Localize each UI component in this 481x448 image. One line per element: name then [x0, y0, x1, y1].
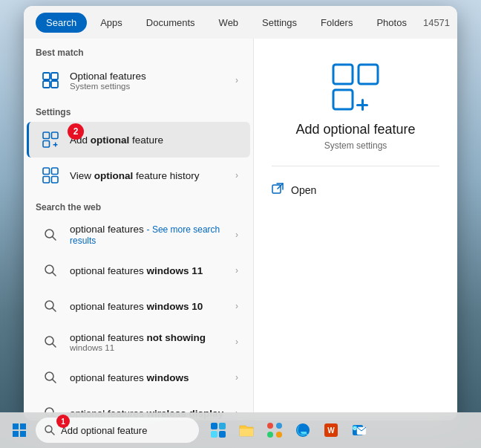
- search-window: Search Apps Documents Web Settings Folde…: [24, 6, 457, 421]
- svg-rect-1: [43, 73, 50, 79]
- app-icon-large: [330, 61, 382, 113]
- svg-rect-7: [43, 141, 50, 148]
- web-not-showing-win11-arrow: ›: [235, 337, 238, 347]
- svg-rect-9: [53, 144, 58, 146]
- result-optional-features[interactable]: Optional features System settings ›: [27, 62, 250, 98]
- svg-rect-38: [20, 431, 26, 437]
- result-view-optional-history[interactable]: View optional feature history ›: [27, 158, 250, 193]
- result-web-windows[interactable]: optional features windows ›: [27, 360, 250, 395]
- svg-line-40: [51, 432, 54, 435]
- svg-rect-43: [211, 431, 217, 438]
- optional-features-text: Optional features System settings: [70, 71, 232, 91]
- section-search-web: Search the web: [24, 193, 253, 217]
- add-optional-feature-title: Add optional feature: [70, 134, 238, 146]
- divider: [272, 166, 439, 166]
- svg-rect-30: [333, 90, 353, 109]
- add-optional-feature-icon: [39, 128, 62, 152]
- app-subtitle: System settings: [324, 140, 387, 151]
- add-optional-feature-text: Add optional feature: [70, 134, 238, 146]
- tab-search[interactable]: Search: [36, 13, 87, 33]
- web-not-showing-win11-text: optional features not showing windows 11: [70, 332, 232, 352]
- search-icon-3: [39, 294, 62, 318]
- svg-rect-3: [43, 81, 50, 88]
- svg-rect-41: [211, 423, 217, 429]
- result-web-not-showing-win11[interactable]: optional features not showing windows 11…: [27, 324, 250, 360]
- svg-rect-32: [356, 104, 368, 106]
- web-win11-title: optional features windows 11: [70, 265, 232, 276]
- svg-rect-42: [219, 423, 226, 429]
- svg-rect-10: [43, 168, 50, 175]
- taskbar-app-5[interactable]: W: [318, 417, 344, 444]
- app-title: Add optional feature: [295, 122, 415, 137]
- svg-line-19: [53, 308, 56, 312]
- start-button[interactable]: [6, 417, 33, 444]
- svg-rect-44: [219, 431, 226, 438]
- web-win10-title: optional features windows 10: [70, 301, 232, 312]
- svg-line-17: [53, 273, 56, 276]
- view-optional-history-icon: [39, 163, 62, 187]
- nav-bar: Search Apps Documents Web Settings Folde…: [24, 6, 457, 39]
- section-best-match: Best match: [24, 39, 253, 62]
- svg-rect-4: [51, 81, 58, 88]
- right-panel: Add optional feature System settings Ope…: [254, 39, 457, 421]
- search-icon-4: [39, 330, 62, 354]
- optional-features-title: Optional features: [70, 71, 232, 82]
- view-optional-history-text: View optional feature history: [70, 170, 232, 181]
- result-count: 14571: [423, 17, 450, 28]
- web-win11-text: optional features windows 11: [70, 265, 232, 276]
- taskbar-search-text: Add optional feature: [61, 425, 190, 436]
- tab-documents[interactable]: Documents: [136, 13, 206, 33]
- web-win11-arrow: ›: [235, 265, 238, 276]
- svg-point-45: [267, 423, 273, 429]
- taskbar-apps: W O: [205, 417, 373, 444]
- taskbar: Add optional feature 1: [0, 412, 481, 448]
- tab-photos[interactable]: Photos: [366, 13, 416, 33]
- web-not-showing-win11-title: optional features not showing: [70, 332, 232, 343]
- taskbar-badge-1: 1: [56, 415, 70, 428]
- left-panel: Best match Optional features System sett…: [24, 39, 254, 421]
- result-web-win10[interactable]: optional features windows 10 ›: [27, 288, 250, 324]
- web-win10-arrow: ›: [235, 301, 238, 311]
- open-icon: [272, 183, 284, 198]
- optional-features-subtitle: System settings: [70, 82, 232, 91]
- web-windows-text: optional features windows: [70, 372, 232, 383]
- tab-apps[interactable]: Apps: [90, 13, 133, 33]
- svg-rect-28: [333, 65, 353, 84]
- main-content: Best match Optional features System sett…: [24, 39, 457, 421]
- svg-point-47: [267, 432, 273, 438]
- svg-rect-13: [52, 177, 59, 184]
- open-action[interactable]: Open: [272, 178, 439, 202]
- taskbar-file-explorer[interactable]: [233, 417, 260, 444]
- tab-folders[interactable]: Folders: [310, 13, 363, 33]
- web-windows-arrow: ›: [235, 372, 238, 383]
- svg-line-15: [53, 237, 56, 241]
- result-web-optional-features[interactable]: optional features - See more search resu…: [27, 217, 250, 253]
- taskbar-edge[interactable]: [289, 417, 316, 444]
- web-win10-text: optional features windows 10: [70, 301, 232, 312]
- section-settings: Settings: [24, 98, 253, 122]
- web-optional-features-arrow: ›: [235, 230, 238, 240]
- search-icon-5: [39, 366, 62, 389]
- taskbar-paint[interactable]: [261, 417, 288, 444]
- tab-settings[interactable]: Settings: [252, 13, 307, 33]
- badge-2: 2: [68, 123, 84, 140]
- svg-rect-11: [52, 168, 59, 175]
- svg-line-21: [53, 344, 56, 348]
- svg-text:W: W: [327, 426, 335, 435]
- svg-point-46: [276, 423, 282, 429]
- svg-rect-36: [20, 423, 26, 429]
- result-web-win11[interactable]: optional features windows 11 ›: [27, 253, 250, 288]
- web-windows-title: optional features windows: [70, 372, 232, 383]
- result-add-optional-feature[interactable]: 2 Add optional feature: [27, 122, 250, 158]
- view-optional-history-title: View optional feature history: [70, 170, 232, 181]
- taskbar-search[interactable]: Add optional feature 1: [36, 418, 199, 443]
- tab-web[interactable]: Web: [209, 13, 249, 33]
- web-not-showing-win11-subtitle: windows 11: [70, 343, 232, 352]
- taskbar-outlook[interactable]: O: [346, 417, 373, 444]
- svg-line-23: [53, 380, 56, 383]
- svg-rect-6: [52, 132, 59, 139]
- svg-rect-35: [13, 423, 19, 429]
- svg-point-48: [276, 432, 282, 438]
- web-optional-features-title: optional features - See more search resu…: [70, 224, 232, 246]
- taskbar-widgets[interactable]: [205, 417, 232, 444]
